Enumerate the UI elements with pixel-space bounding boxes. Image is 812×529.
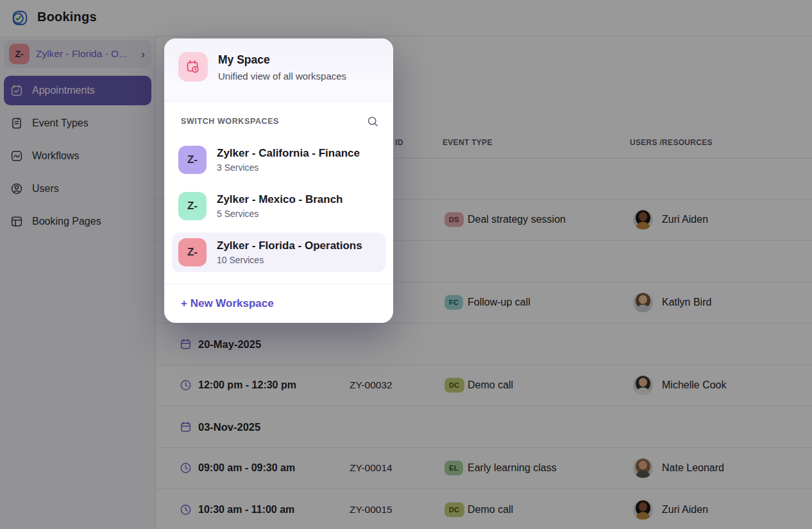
switch-workspaces-label: SWITCH WORKSPACES [181, 117, 279, 126]
workspace-services-count: 10 Services [217, 255, 362, 265]
workspace-name: Zylker - California - Finance [217, 147, 360, 160]
workspace-avatar: Z- [178, 192, 207, 220]
workspace-services-count: 5 Services [217, 209, 343, 219]
new-workspace-button[interactable]: + New Workspace [164, 284, 393, 323]
modal-backdrop[interactable] [0, 0, 812, 529]
search-icon[interactable] [366, 115, 379, 128]
workspace-name: Zylker - Mexico - Branch [217, 193, 343, 206]
workspace-avatar: Z- [178, 146, 207, 174]
workspace-item-mexico[interactable]: Z- Zylker - Mexico - Branch 5 Services [172, 186, 385, 226]
workspace-services-count: 3 Services [217, 162, 360, 173]
workspace-item-florida-selected[interactable]: Z- Zylker - Florida - Operations 10 Serv… [172, 232, 385, 272]
my-space-subtitle: Unified view of all workspaces [218, 71, 346, 82]
switch-workspaces-header: SWITCH WORKSPACES [181, 115, 379, 128]
workspace-list: Z- Zylker - California - Finance 3 Servi… [172, 140, 385, 279]
my-space-calendar-icon [178, 52, 208, 82]
my-space-title: My Space [218, 53, 270, 67]
workspace-avatar: Z- [178, 238, 207, 266]
workspace-item-california[interactable]: Z- Zylker - California - Finance 3 Servi… [172, 140, 385, 180]
my-space-item[interactable]: My Space Unified view of all workspaces [164, 39, 393, 101]
workspace-name: Zylker - Florida - Operations [217, 239, 362, 252]
workspace-switcher-popover: My Space Unified view of all workspaces … [164, 39, 393, 323]
